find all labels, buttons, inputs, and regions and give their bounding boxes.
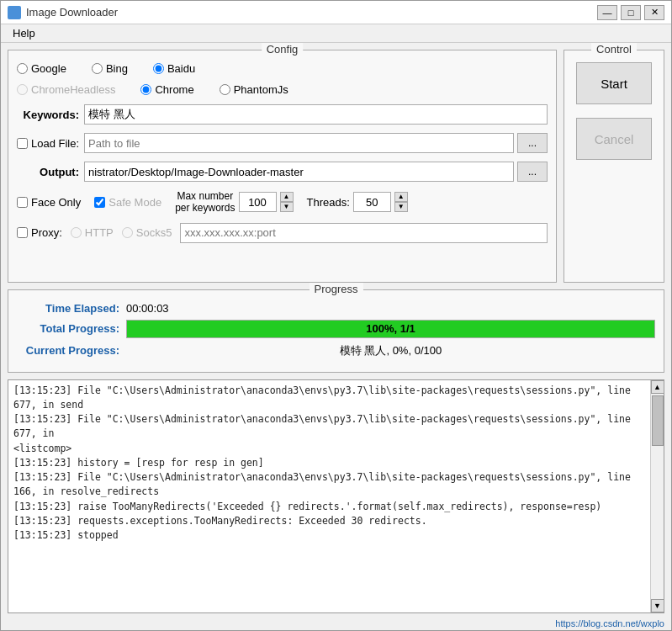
log-scrollbar: ▲ ▼: [650, 380, 664, 613]
browser-group: ChromeHeadless Chrome PhantomJs: [17, 83, 548, 96]
log-section: [13:15:23] File "C:\Users\Administrator\…: [8, 379, 664, 614]
proxy-input[interactable]: [180, 223, 548, 243]
radio-google[interactable]: Google: [17, 62, 66, 75]
title-bar: Image Downloader — □ ✕: [1, 1, 671, 24]
radio-chrome-input[interactable]: [140, 84, 151, 95]
close-button[interactable]: ✕: [644, 5, 664, 20]
threads-group: Threads: ▲ ▼: [307, 192, 408, 212]
max-spinner: ▲ ▼: [280, 192, 294, 212]
max-spin-down[interactable]: ▼: [280, 202, 294, 212]
keywords-input[interactable]: [84, 104, 548, 125]
threads-input[interactable]: [353, 192, 391, 212]
progress-panel-title: Progress: [309, 283, 362, 295]
app-icon: [8, 6, 21, 19]
radio-chromeheadless-input: [17, 84, 28, 95]
search-engine-group: Google Bing Baidu: [17, 62, 548, 75]
face-only-label[interactable]: Face Only: [17, 196, 81, 209]
radio-bing-input[interactable]: [92, 63, 103, 74]
safe-mode-checkbox[interactable]: [94, 197, 105, 208]
radio-http-label: HTTP: [85, 226, 114, 239]
radio-chromeheadless[interactable]: ChromeHeadless: [17, 83, 115, 96]
radio-phantomjs-label: PhantomJs: [234, 83, 288, 96]
maximize-button[interactable]: □: [621, 5, 641, 20]
threads-spin-down[interactable]: ▼: [394, 202, 408, 212]
output-label: Output:: [17, 166, 84, 178]
proxy-checkbox-label[interactable]: Proxy:: [17, 226, 62, 239]
output-row: Output: ...: [17, 162, 548, 182]
load-file-label: Load File:: [31, 137, 79, 150]
max-keywords-group: Max numberper keywords ▲ ▼: [175, 190, 293, 215]
control-panel-title: Control: [591, 43, 637, 56]
time-elapsed-label: Time Elapsed:: [17, 302, 126, 315]
radio-baidu-input[interactable]: [153, 63, 164, 74]
load-file-input[interactable]: [84, 133, 514, 153]
keywords-label: Keywords:: [17, 109, 84, 121]
total-progress-label: Total Progress:: [17, 322, 126, 335]
radio-google-label: Google: [31, 62, 66, 75]
load-file-row: Load File: ...: [17, 133, 548, 153]
time-elapsed-value: 00:00:03: [126, 302, 169, 315]
total-progress-row: Total Progress: 100%, 1/1: [17, 320, 655, 338]
options-row: Face Only Safe Mode Max numberper keywor…: [17, 190, 548, 215]
radio-http[interactable]: HTTP: [71, 226, 114, 239]
menu-bar: Help: [1, 24, 671, 43]
threads-label: Threads:: [307, 196, 350, 209]
threads-spinner: ▲ ▼: [394, 192, 408, 212]
main-window: Image Downloader — □ ✕ Help Config Googl…: [0, 0, 672, 631]
max-input[interactable]: [239, 192, 277, 212]
face-only-text: Face Only: [31, 196, 81, 209]
load-file-browse-button[interactable]: ...: [517, 133, 548, 153]
current-progress-label: Current Progress:: [17, 344, 126, 357]
minimize-button[interactable]: —: [597, 5, 617, 20]
title-controls: — □ ✕: [597, 5, 664, 20]
proxy-row: Proxy: HTTP Socks5: [17, 223, 548, 243]
radio-chrome-label: Chrome: [155, 83, 193, 96]
radio-chromeheadless-label: ChromeHeadless: [31, 83, 115, 96]
watermark: https://blog.csdn.net/wxplo: [1, 617, 671, 630]
safe-mode-label[interactable]: Safe Mode: [94, 196, 161, 209]
proxy-label: Proxy:: [31, 226, 62, 239]
total-progress-bar: 100%, 1/1: [126, 320, 655, 338]
threads-spin-up[interactable]: ▲: [394, 192, 408, 202]
current-progress-text: 模特 黑人, 0%, 0/100: [126, 343, 655, 358]
window-title: Image Downloader: [26, 6, 118, 19]
scroll-up-button[interactable]: ▲: [651, 380, 664, 394]
log-content[interactable]: [13:15:23] File "C:\Users\Administrator\…: [8, 380, 650, 613]
config-panel-title: Config: [262, 43, 304, 56]
max-spin-up[interactable]: ▲: [280, 192, 294, 202]
radio-socks5-label: Socks5: [136, 226, 172, 239]
radio-baidu-label: Baidu: [167, 62, 195, 75]
main-content: Config Google Bing Baidu: [1, 43, 671, 289]
cancel-button[interactable]: Cancel: [576, 118, 652, 160]
radio-bing[interactable]: Bing: [92, 62, 128, 75]
radio-phantomjs[interactable]: PhantomJs: [220, 83, 288, 96]
radio-phantomjs-input[interactable]: [220, 84, 230, 95]
proxy-checkbox[interactable]: [17, 227, 28, 238]
radio-socks5[interactable]: Socks5: [122, 226, 172, 239]
start-button[interactable]: Start: [576, 62, 652, 104]
face-only-checkbox[interactable]: [17, 197, 28, 208]
menu-help[interactable]: Help: [6, 25, 42, 41]
config-panel: Config Google Bing Baidu: [8, 50, 557, 283]
scroll-thumb[interactable]: [652, 395, 664, 446]
total-progress-text: 100%, 1/1: [127, 321, 654, 337]
radio-http-input: [71, 227, 82, 238]
radio-socks5-input: [122, 227, 133, 238]
control-panel: Control Start Cancel: [564, 50, 664, 283]
radio-bing-label: Bing: [106, 62, 128, 75]
load-file-checkbox-label[interactable]: Load File:: [17, 137, 84, 150]
current-progress-row: Current Progress: 模特 黑人, 0%, 0/100: [17, 343, 655, 358]
time-elapsed-row: Time Elapsed: 00:00:03: [17, 302, 655, 315]
load-file-checkbox[interactable]: [17, 138, 28, 149]
scroll-down-button[interactable]: ▼: [651, 599, 664, 612]
safe-mode-text: Safe Mode: [108, 196, 161, 209]
max-label: Max numberper keywords: [175, 190, 235, 215]
output-browse-button[interactable]: ...: [517, 162, 548, 182]
progress-section: Progress Time Elapsed: 00:00:03 Total Pr…: [8, 289, 664, 373]
radio-chrome[interactable]: Chrome: [140, 83, 193, 96]
title-bar-left: Image Downloader: [8, 6, 118, 19]
keywords-row: Keywords:: [17, 104, 548, 125]
radio-google-input[interactable]: [17, 63, 28, 74]
output-input[interactable]: [84, 162, 514, 182]
radio-baidu[interactable]: Baidu: [153, 62, 195, 75]
